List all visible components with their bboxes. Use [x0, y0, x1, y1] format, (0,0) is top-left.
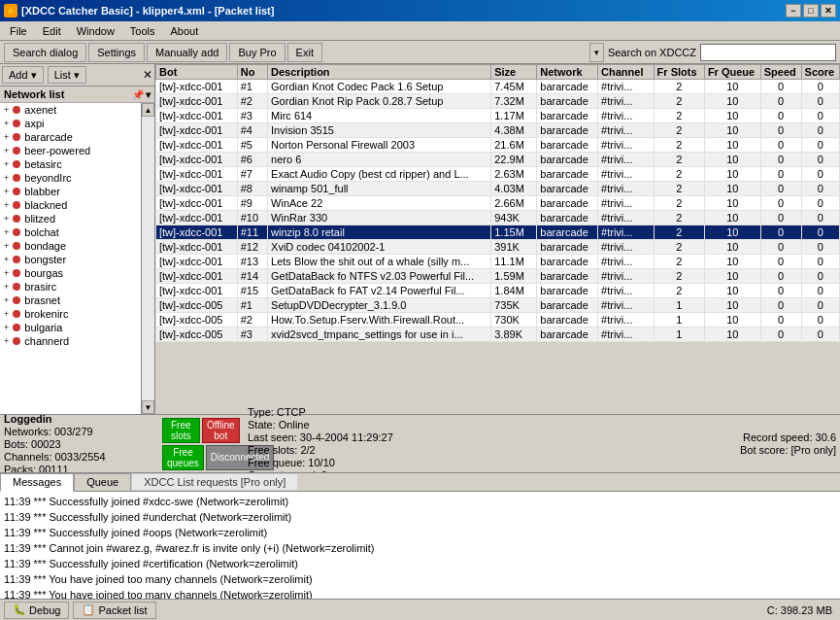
- search-dropdown-button[interactable]: ▾: [589, 43, 604, 62]
- col-frslots[interactable]: Fr Slots: [654, 65, 704, 80]
- sidebar-item-axpi[interactable]: + axpi: [0, 117, 141, 130]
- cell-size: 2.66M: [491, 196, 537, 211]
- table-row[interactable]: [tw]-xdcc-001 #4 Invision 3515 4.38M bar…: [156, 123, 840, 138]
- manually-add-button[interactable]: Manually add: [147, 43, 227, 62]
- cell-network: bararcade: [537, 284, 598, 298]
- col-desc[interactable]: Description: [268, 65, 491, 80]
- cell-frslots: 2: [654, 269, 704, 284]
- cell-no: #15: [237, 284, 267, 298]
- close-button[interactable]: ✕: [821, 4, 836, 17]
- network-name: bulgaria: [24, 322, 137, 333]
- sidebar-item-bolchat[interactable]: + bolchat: [0, 225, 141, 239]
- table-row[interactable]: [tw]-xdcc-001 #12 XviD codec 04102002-1 …: [156, 240, 840, 255]
- table-row[interactable]: [tw]-xdcc-001 #13 Lets Blow the shit out…: [156, 255, 840, 269]
- col-no[interactable]: No: [237, 65, 267, 80]
- sidebar-item-blabber[interactable]: + blabber: [0, 185, 141, 198]
- sidebar-scroll-up[interactable]: ▲: [142, 103, 154, 117]
- menu-about[interactable]: About: [163, 23, 207, 39]
- exit-button[interactable]: Exit: [287, 43, 322, 62]
- status-bots: Bots: 00023: [4, 438, 154, 450]
- sidebar-item-brasnet[interactable]: + brasnet: [0, 293, 141, 307]
- packet-list-button[interactable]: 📋 Packet list: [73, 602, 155, 619]
- network-status-dot: [13, 242, 20, 250]
- sidebar-item-brasirc[interactable]: + brasirc: [0, 280, 141, 293]
- bottom-left-btns: 🐛 Debug 📋 Packet list: [4, 602, 156, 619]
- sidebar-item-bararcade[interactable]: + bararcade: [0, 130, 141, 144]
- cell-no: #1: [237, 80, 267, 94]
- table-row[interactable]: [tw]-xdcc-005 #3 xvid2svcd_tmpanc_settin…: [156, 327, 840, 342]
- sidebar-item-bulgaria[interactable]: + bulgaria: [0, 321, 141, 334]
- col-frqueue[interactable]: Fr Queue: [704, 65, 760, 80]
- debug-button[interactable]: 🐛 Debug: [4, 602, 69, 619]
- col-size[interactable]: Size: [491, 65, 537, 80]
- table-row[interactable]: [tw]-xdcc-001 #1 Gordian Knot Codec Pack…: [156, 80, 840, 94]
- network-status-dot: [13, 337, 20, 345]
- sidebar-item-beyondIrc[interactable]: + beyondIrc: [0, 171, 141, 185]
- free-queues-button[interactable]: Free queues: [162, 445, 204, 470]
- sidebar-item-bourgas[interactable]: + bourgas: [0, 266, 141, 280]
- cell-desc: xvid2svcd_tmpanc_settings for use in i..…: [268, 327, 491, 342]
- table-row[interactable]: [tw]-xdcc-001 #9 WinAce 22 2.66M bararca…: [156, 196, 840, 211]
- tab-messages[interactable]: Messages: [0, 473, 74, 492]
- tab-xdcc-list[interactable]: XDCC List requests [Pro only]: [131, 473, 298, 491]
- table-row[interactable]: [tw]-xdcc-001 #3 Mirc 614 1.17M bararcad…: [156, 109, 840, 123]
- search-input[interactable]: [700, 44, 836, 61]
- sidebar-pin-icon[interactable]: 📌: [132, 89, 144, 100]
- expand-icon: +: [4, 187, 9, 196]
- table-row[interactable]: [tw]-xdcc-001 #2 Gordian Knot Rip Pack 0…: [156, 94, 840, 109]
- cell-channel: #trivi...: [598, 138, 655, 153]
- cell-no: #2: [237, 313, 267, 327]
- add-button[interactable]: Add ▾: [2, 66, 44, 84]
- cell-frslots: 2: [654, 109, 704, 123]
- col-net[interactable]: Network: [537, 65, 598, 80]
- cell-channel: #trivi...: [598, 225, 655, 240]
- cell-frqueue: 10: [704, 80, 760, 94]
- sidebar-item-brokenirc[interactable]: + brokenirc: [0, 307, 141, 321]
- cell-frslots: 2: [654, 153, 704, 167]
- table-row[interactable]: [tw]-xdcc-005 #1 SetupDVDDecrypter_3.1.9…: [156, 298, 840, 313]
- buy-pro-button[interactable]: Buy Pro: [229, 43, 285, 62]
- search-dialog-button[interactable]: Search dialog: [4, 43, 86, 62]
- table-row[interactable]: [tw]-xdcc-001 #10 WinRar 330 943K bararc…: [156, 211, 840, 225]
- menu-edit[interactable]: Edit: [35, 23, 69, 39]
- sidebar-item-blackned[interactable]: + blackned: [0, 198, 141, 212]
- sidebar-item-beer-powered[interactable]: + beer-powered: [0, 144, 141, 157]
- table-row[interactable]: [tw]-xdcc-001 #14 GetDataBack fo NTFS v2…: [156, 269, 840, 284]
- table-wrapper[interactable]: Bot No Description Size Network Channel …: [155, 64, 840, 414]
- offline-bot-button[interactable]: Offline bot: [202, 418, 240, 443]
- cell-network: bararcade: [537, 138, 598, 153]
- table-row[interactable]: [tw]-xdcc-005 #2 How.To.Setup.Fserv.With…: [156, 313, 840, 327]
- table-row[interactable]: [tw]-xdcc-001 #6 nero 6 22.9M bararcade …: [156, 153, 840, 167]
- expand-icon: +: [4, 105, 9, 115]
- sidebar-item-axenet[interactable]: + axenet: [0, 103, 141, 117]
- table-row[interactable]: [tw]-xdcc-001 #5 Norton Personal Firewal…: [156, 138, 840, 153]
- table-row[interactable]: [tw]-xdcc-001 #7 Exact Audio Copy (best …: [156, 167, 840, 182]
- cell-desc: Lets Blow the shit out of a whale (silly…: [268, 255, 491, 269]
- sidebar-item-bondage[interactable]: + bondage: [0, 239, 141, 253]
- maximize-button[interactable]: □: [803, 4, 819, 17]
- list-button[interactable]: List ▾: [48, 66, 86, 84]
- cell-frqueue: 10: [704, 182, 760, 196]
- sidebar-header-label: Network list: [4, 88, 64, 100]
- sidebar-close-icon[interactable]: ✕: [143, 68, 152, 82]
- minimize-button[interactable]: −: [786, 4, 801, 17]
- settings-button[interactable]: Settings: [88, 43, 145, 62]
- menu-window[interactable]: Window: [69, 23, 122, 39]
- sidebar-item-channerd[interactable]: + channerd: [0, 334, 141, 348]
- sidebar-expand-icon[interactable]: ▾: [146, 89, 151, 100]
- sidebar-item-bongster[interactable]: + bongster: [0, 253, 141, 266]
- col-bot[interactable]: Bot: [156, 65, 238, 80]
- free-slots-button[interactable]: Free slots: [162, 418, 200, 443]
- sidebar-item-blitzed[interactable]: + blitzed: [0, 212, 141, 225]
- menu-tools[interactable]: Tools: [122, 23, 163, 39]
- col-score[interactable]: Score: [801, 65, 839, 80]
- menu-file[interactable]: File: [2, 23, 35, 39]
- sidebar-item-betasirc[interactable]: + betasirc: [0, 157, 141, 171]
- table-row[interactable]: [tw]-xdcc-001 #11 winzip 8.0 retail 1.15…: [156, 225, 840, 240]
- col-chan[interactable]: Channel: [598, 65, 655, 80]
- col-speed[interactable]: Speed: [760, 65, 801, 80]
- table-row[interactable]: [tw]-xdcc-001 #8 winamp 501_full 4.03M b…: [156, 182, 840, 196]
- cell-bot: [tw]-xdcc-005: [156, 313, 238, 327]
- table-row[interactable]: [tw]-xdcc-001 #15 GetDataBack fo FAT v2.…: [156, 284, 840, 298]
- tab-queue[interactable]: Queue: [74, 473, 131, 491]
